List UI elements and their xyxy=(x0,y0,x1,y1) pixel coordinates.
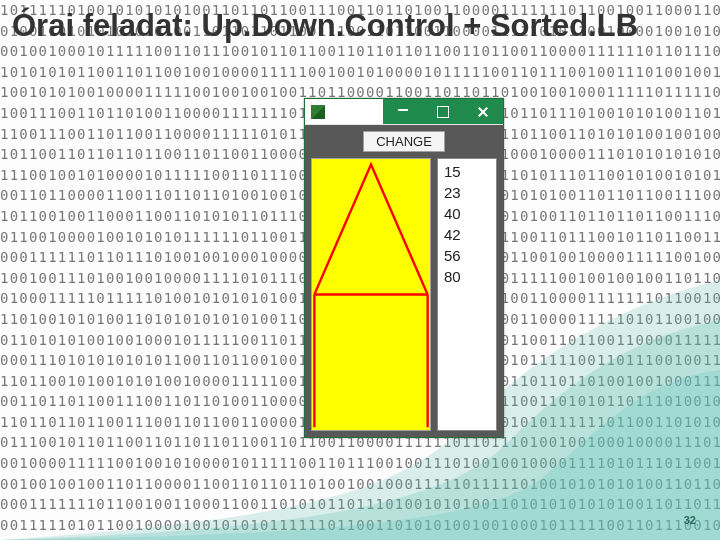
titlebar[interactable] xyxy=(305,99,503,125)
sorted-listbox[interactable]: 152340425680 xyxy=(437,158,497,431)
change-button[interactable]: CHANGE xyxy=(363,131,445,152)
window-controls xyxy=(383,99,503,124)
close-button[interactable] xyxy=(463,99,503,124)
main-row: 152340425680 xyxy=(311,158,497,431)
binary-row: 0010010001011111001101110010110110011011… xyxy=(0,41,720,62)
maximize-icon xyxy=(437,106,449,118)
minimize-icon xyxy=(398,109,408,111)
list-item[interactable]: 15 xyxy=(444,161,490,182)
binary-row: 0010010010011011000011001101101101001001… xyxy=(0,474,720,495)
list-item[interactable]: 40 xyxy=(444,203,490,224)
red-lines-drawing xyxy=(312,159,430,430)
binary-row: 0001111111011001001100011001101010110111… xyxy=(0,494,720,515)
maximize-button[interactable] xyxy=(423,99,463,124)
binary-row: 0011111010110010000100101010111111011001… xyxy=(0,515,720,536)
app-icon xyxy=(311,105,325,119)
close-icon xyxy=(477,106,489,118)
form-window: CHANGE 152340425680 xyxy=(304,98,504,438)
page-title: Órai feladat: Up.Down.Control + Sorted.L… xyxy=(12,8,638,44)
minimize-button[interactable] xyxy=(383,99,423,124)
binary-row: 0010000111110010010100001011111001101110… xyxy=(0,453,720,474)
list-item[interactable]: 80 xyxy=(444,266,490,287)
client-area: CHANGE 152340425680 xyxy=(305,125,503,437)
list-item[interactable]: 42 xyxy=(444,224,490,245)
list-item[interactable]: 56 xyxy=(444,245,490,266)
slide: 1011111010010101010100110110110011100110… xyxy=(0,0,720,540)
binary-row: 1011001100001111110110111010010010001000… xyxy=(0,535,720,540)
page-number: 32 xyxy=(684,514,696,526)
list-item[interactable]: 23 xyxy=(444,182,490,203)
drawing-panel xyxy=(311,158,431,431)
binary-row: 1010101011001101100100100001111100100101… xyxy=(0,62,720,83)
